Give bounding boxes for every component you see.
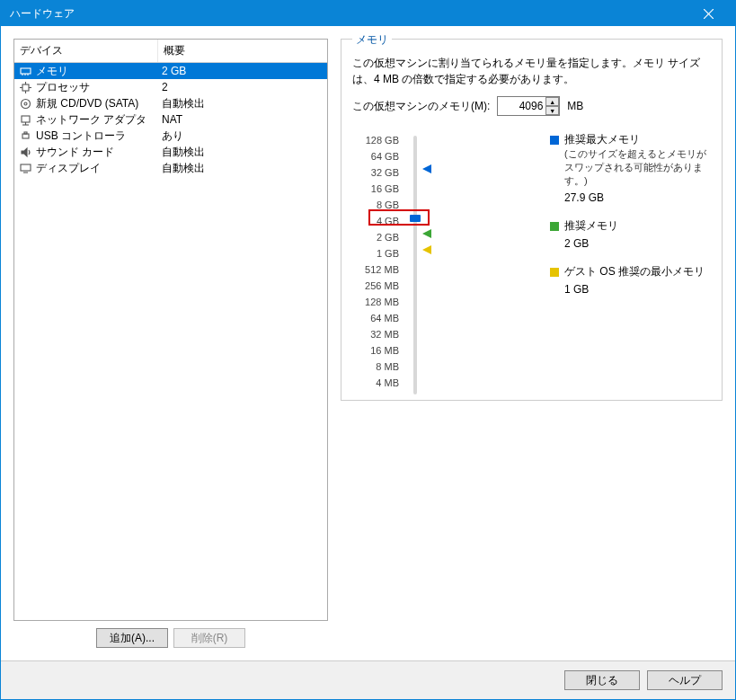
memory-icon xyxy=(18,64,32,78)
marker-rec-icon xyxy=(422,229,431,238)
tick-label: 32 GB xyxy=(352,164,399,181)
device-summary: あり xyxy=(162,128,324,144)
svg-point-12 xyxy=(24,102,27,105)
device-summary: 自動検出 xyxy=(162,96,324,111)
spin-down-icon[interactable]: ▼ xyxy=(545,106,559,115)
list-item[interactable]: サウンド カード自動検出 xyxy=(14,144,327,160)
device-summary: 2 GB xyxy=(162,65,324,77)
memory-pane: メモリ この仮想マシンに割り当てられるメモリ量を指定します。メモリ サイズは、4… xyxy=(341,39,723,648)
cpu-icon xyxy=(18,80,32,94)
sound-icon xyxy=(18,145,32,159)
legend-rec-value: 2 GB xyxy=(564,237,711,250)
legend-max: 推奨最大メモリ (このサイズを超えるとメモリがスワップされる可能性があります。)… xyxy=(550,132,711,204)
device-name: 新規 CD/DVD (SATA) xyxy=(36,96,162,111)
memory-unit: MB xyxy=(567,100,583,112)
legend-min: ゲスト OS 推奨の最小メモリ 1 GB xyxy=(550,264,711,296)
device-name: USB コントローラ xyxy=(36,128,162,144)
list-body: メモリ2 GBプロセッサ2新規 CD/DVD (SATA)自動検出ネットワーク … xyxy=(14,63,327,620)
list-item[interactable]: USB コントローラあり xyxy=(14,128,327,144)
net-icon xyxy=(18,112,32,127)
marker-min-icon xyxy=(422,245,431,254)
close-icon xyxy=(704,9,714,19)
device-list: デバイス 概要 メモリ2 GBプロセッサ2新規 CD/DVD (SATA)自動検… xyxy=(13,39,328,621)
tick-label: 128 GB xyxy=(352,132,399,148)
device-pane: デバイス 概要 メモリ2 GBプロセッサ2新規 CD/DVD (SATA)自動検… xyxy=(13,39,328,648)
add-button[interactable]: 追加(A)... xyxy=(96,628,168,648)
tick-label: 4 MB xyxy=(352,375,399,391)
tick-labels: 128 GB64 GB32 GB16 GB8 GB4 GB2 GB1 GB512… xyxy=(352,132,406,391)
device-name: ディスプレイ xyxy=(36,161,162,176)
legend-min-title: ゲスト OS 推奨の最小メモリ xyxy=(564,264,705,279)
display-icon xyxy=(18,161,32,175)
svg-rect-19 xyxy=(21,164,31,171)
tick-label: 512 MB xyxy=(352,261,399,278)
tick-label: 16 MB xyxy=(352,342,399,359)
memory-fieldset: メモリ この仮想マシンに割り当てられるメモリ量を指定します。メモリ サイズは、4… xyxy=(341,39,723,401)
spin-up-icon[interactable]: ▲ xyxy=(545,97,559,106)
list-header: デバイス 概要 xyxy=(14,40,327,63)
device-name: プロセッサ xyxy=(36,80,162,95)
header-device[interactable]: デバイス xyxy=(14,40,158,62)
tick-label: 128 MB xyxy=(352,294,399,310)
device-summary: 自動検出 xyxy=(162,161,324,176)
swatch-blue-icon xyxy=(550,136,559,145)
tick-label: 1 GB xyxy=(352,245,399,261)
tick-label: 8 MB xyxy=(352,359,399,375)
list-item[interactable]: プロセッサ2 xyxy=(14,79,327,95)
close-button[interactable] xyxy=(690,1,726,26)
legend-rec: 推奨メモリ 2 GB xyxy=(550,218,711,250)
slider-track[interactable] xyxy=(413,136,417,394)
svg-rect-2 xyxy=(21,68,31,74)
highlight-annotation xyxy=(368,209,430,226)
device-name: サウンド カード xyxy=(36,145,162,160)
tick-label: 2 GB xyxy=(352,229,399,245)
slider-area: 128 GB64 GB32 GB16 GB8 GB4 GB2 GB1 GB512… xyxy=(352,132,711,391)
svg-rect-16 xyxy=(22,134,29,138)
list-item[interactable]: ディスプレイ自動検出 xyxy=(14,160,327,176)
svg-rect-6 xyxy=(22,84,29,91)
hardware-dialog: ハードウェア デバイス 概要 メモリ2 GBプロセッサ2新規 CD/DVD (S… xyxy=(0,0,736,700)
swatch-yellow-icon xyxy=(550,268,559,277)
list-item[interactable]: メモリ2 GB xyxy=(14,63,327,79)
legend-column: 推奨最大メモリ (このサイズを超えるとメモリがスワップされる可能性があります。)… xyxy=(442,132,711,391)
svg-point-11 xyxy=(21,99,30,108)
device-summary: NAT xyxy=(162,113,324,126)
fieldset-legend: メモリ xyxy=(352,32,392,48)
tick-label: 32 MB xyxy=(352,326,399,342)
tick-label: 64 MB xyxy=(352,310,399,326)
disc-icon xyxy=(18,96,32,111)
memory-input-row: この仮想マシンのメモリ(M): ▲ ▼ MB xyxy=(352,96,711,116)
slider-track-col[interactable] xyxy=(406,132,442,391)
marker-max-icon xyxy=(422,164,431,173)
tick-label: 256 MB xyxy=(352,278,399,294)
legend-min-value: 1 GB xyxy=(564,283,711,296)
list-item[interactable]: ネットワーク アダプタNAT xyxy=(14,111,327,128)
help-button[interactable]: ヘルプ xyxy=(647,670,723,690)
svg-rect-13 xyxy=(22,116,30,122)
device-summary: 自動検出 xyxy=(162,145,324,160)
tick-label: 64 GB xyxy=(352,148,399,164)
header-summary[interactable]: 概要 xyxy=(158,40,327,62)
list-item[interactable]: 新規 CD/DVD (SATA)自動検出 xyxy=(14,95,327,111)
close-dialog-button[interactable]: 閉じる xyxy=(564,670,640,690)
legend-rec-title: 推奨メモリ xyxy=(564,218,618,234)
svg-marker-18 xyxy=(22,148,27,156)
device-name: ネットワーク アダプタ xyxy=(36,112,162,128)
legend-max-title: 推奨最大メモリ xyxy=(564,132,640,147)
device-summary: 2 xyxy=(162,81,324,93)
svg-rect-17 xyxy=(24,132,27,134)
tick-label: 16 GB xyxy=(352,181,399,197)
device-buttons: 追加(A)... 削除(R) xyxy=(13,621,328,648)
titlebar: ハードウェア xyxy=(1,1,735,26)
legend-max-value: 27.9 GB xyxy=(564,191,711,204)
memory-spinner[interactable]: ▲ ▼ xyxy=(545,97,559,115)
memory-label: この仮想マシンのメモリ(M): xyxy=(352,99,490,114)
remove-button[interactable]: 削除(R) xyxy=(173,628,245,648)
content-area: デバイス 概要 メモリ2 GBプロセッサ2新規 CD/DVD (SATA)自動検… xyxy=(1,26,735,660)
window-title: ハードウェア xyxy=(10,6,75,22)
legend-max-sub: (このサイズを超えるとメモリがスワップされる可能性があります。) xyxy=(564,147,711,188)
dialog-footer: 閉じる ヘルプ xyxy=(1,660,735,699)
memory-desc: この仮想マシンに割り当てられるメモリ量を指定します。メモリ サイズは、4 MB … xyxy=(352,55,711,87)
usb-icon xyxy=(18,128,32,143)
device-name: メモリ xyxy=(36,64,162,79)
